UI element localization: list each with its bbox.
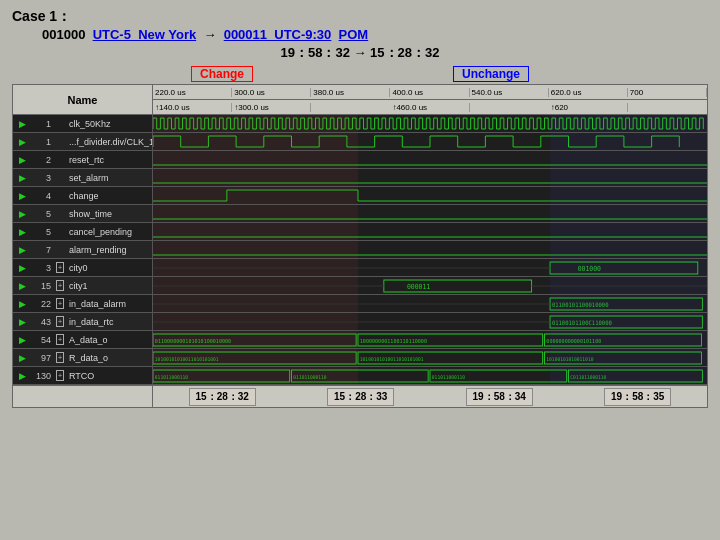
signal-expand[interactable]: + [53, 349, 67, 366]
timestamp-btn-0[interactable]: 15：28：32 [189, 388, 256, 406]
svg-rect-13 [550, 169, 707, 186]
tick-380: 380.0 us [311, 88, 390, 97]
signal-wave: 01100101100C110000 [153, 313, 707, 330]
signal-eye-icon[interactable]: ▶ [13, 259, 31, 276]
signal-eye-icon[interactable]: ▶ [13, 277, 31, 294]
signal-name: A_data_o [67, 331, 153, 348]
signal-number: 54 [31, 331, 53, 348]
signal-eye-icon[interactable]: ▶ [13, 205, 31, 222]
table-row: ▶ 97 + R_data_o 10100101010011010101001 … [13, 349, 707, 367]
svg-rect-28 [550, 241, 707, 258]
tick-300: 300.0 us [232, 88, 311, 97]
utc5-link[interactable]: UTC-5_New York [93, 27, 197, 42]
signal-name: RTCO [67, 367, 153, 384]
signal-expand [53, 223, 67, 240]
signal-name: city1 [67, 277, 153, 294]
signal-expand[interactable]: + [53, 259, 67, 276]
utc9-link[interactable]: 000011_UTC-9:30 [224, 27, 332, 42]
signal-eye-icon[interactable]: ▶ [13, 367, 31, 384]
signal-number: 15 [31, 277, 53, 294]
tick-700: 700 [628, 88, 707, 97]
signal-expand [53, 169, 67, 186]
waveform-header: Name 220.0 us 300.0 us 380.0 us 400.0 us… [13, 85, 707, 115]
signal-expand[interactable]: + [53, 331, 67, 348]
timestamp-btn-1[interactable]: 15：28：33 [327, 388, 394, 406]
time-range: 19：58：32 → 15：28：32 [281, 45, 440, 60]
signal-number: 2 [31, 151, 53, 168]
svg-rect-71 [550, 349, 707, 366]
signal-name: in_data_rtc [67, 313, 153, 330]
svg-rect-19 [153, 205, 358, 222]
signal-name: clk_50Khz [67, 115, 153, 132]
signal-eye-icon[interactable]: ▶ [13, 223, 31, 240]
signal-eye-icon[interactable]: ▶ [13, 133, 31, 150]
table-row: ▶ 22 + in_data_alarm 01100101100010000 [13, 295, 707, 313]
signal-expand[interactable]: + [53, 313, 67, 330]
signal-name: set_alarm [67, 169, 153, 186]
signal-number: 5 [31, 205, 53, 222]
unchange-label: Unchange [453, 66, 529, 82]
signal-eye-icon[interactable]: ▶ [13, 295, 31, 312]
signal-number: 130 [31, 367, 53, 384]
signal-wave: 011011000110 011011000110 011011000110 C… [153, 367, 707, 384]
svg-text:011011000110: 011011000110 [432, 375, 465, 380]
timeline-header: 220.0 us 300.0 us 380.0 us 400.0 us 540.… [153, 85, 707, 114]
signal-wave [153, 205, 707, 222]
timestamp-btn-3[interactable]: 19：58：35 [604, 388, 671, 406]
table-row: ▶ 5 show_time [13, 205, 707, 223]
table-row: ▶ 43 + in_data_rtc 01100101100C110000 [13, 313, 707, 331]
signal-eye-icon[interactable]: ▶ [13, 187, 31, 204]
table-row: ▶ 5 cancel_pending [13, 223, 707, 241]
table-row: ▶ 3 set_alarm [13, 169, 707, 187]
main-container: Case 1： 001000 UTC-5_New York → 000011_U… [0, 0, 720, 540]
utc5-code: 001000 [42, 27, 85, 42]
signal-eye-icon[interactable]: ▶ [13, 115, 31, 132]
svg-rect-5 [550, 133, 707, 150]
subtick-300: ↑300.0 us [232, 103, 311, 112]
signal-name: cancel_pending [67, 223, 153, 240]
svg-rect-15 [153, 187, 358, 204]
subtick-140: ↑140.0 us [153, 103, 232, 112]
timestamp-btn-2[interactable]: 19：58：34 [466, 388, 533, 406]
signal-number: 1 [31, 133, 53, 150]
svg-rect-24 [550, 223, 707, 240]
signal-eye-icon[interactable]: ▶ [13, 331, 31, 348]
signal-name: in_data_alarm [67, 295, 153, 312]
signal-name: reset_rtc [67, 151, 153, 168]
signal-wave [153, 151, 707, 168]
signal-wave [153, 133, 707, 150]
svg-rect-16 [550, 187, 707, 204]
signal-eye-icon[interactable]: ▶ [13, 169, 31, 186]
change-label: Change [191, 66, 253, 82]
signal-eye-icon[interactable]: ▶ [13, 349, 31, 366]
signal-wave [153, 187, 707, 204]
pom-link[interactable]: POM [339, 27, 369, 42]
change-label-row: Change Unchange [12, 66, 708, 82]
svg-rect-52 [550, 313, 707, 330]
signal-eye-icon[interactable]: ▶ [13, 313, 31, 330]
case-label: Case 1： [12, 8, 71, 24]
tick-620: 620.0 us [549, 88, 628, 97]
svg-rect-2 [550, 115, 707, 132]
signal-expand[interactable]: + [53, 295, 67, 312]
signal-number: 43 [31, 313, 53, 330]
signal-expand[interactable]: + [53, 277, 67, 294]
signal-name: ...f_divider.div/CLK_1hz [67, 133, 153, 150]
svg-text:10100101010011010101001: 10100101010011010101001 [360, 357, 424, 362]
svg-text:1000000001100110110000: 1000000001100110110000 [360, 338, 427, 344]
signal-eye-icon[interactable]: ▶ [13, 241, 31, 258]
svg-rect-27 [153, 241, 358, 258]
signal-expand[interactable]: + [53, 367, 67, 384]
ts-spacer [13, 386, 153, 407]
signal-wave: 01100101100010000 [153, 295, 707, 312]
signal-eye-icon[interactable]: ▶ [13, 151, 31, 168]
tick-400: 400.0 us [390, 88, 469, 97]
header-line2: 001000 UTC-5_New York → 000011_UTC-9:30 … [12, 27, 708, 42]
signal-expand [53, 205, 67, 222]
signal-expand [53, 115, 67, 132]
subtick-460: ↑460.0 us [390, 103, 469, 112]
bottom-timestamp-bar: 15：28：32 15：28：33 19：58：34 19：58：35 [13, 385, 707, 407]
signal-expand [53, 151, 67, 168]
table-row: ▶ 7 alarm_rending [13, 241, 707, 259]
signal-name: show_time [67, 205, 153, 222]
